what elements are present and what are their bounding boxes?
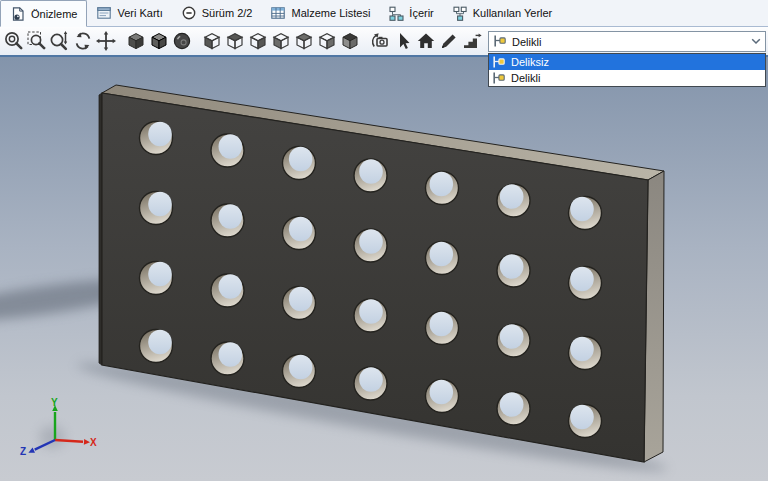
config-option-delikli[interactable]: Delikli bbox=[489, 70, 765, 86]
shaded-with-edges-button[interactable] bbox=[147, 29, 170, 53]
tab-malzeme-listesi[interactable]: Malzeme Listesi bbox=[261, 0, 379, 26]
zoom-area-button[interactable] bbox=[25, 29, 48, 53]
isometric-button[interactable] bbox=[338, 29, 361, 53]
hole-opening bbox=[359, 159, 383, 183]
camera-rotate-icon bbox=[369, 30, 391, 52]
tab-label: Kullanılan Yerler bbox=[473, 7, 553, 19]
hole-opening bbox=[500, 324, 524, 348]
view-left-button[interactable] bbox=[200, 29, 223, 53]
scene-canvas: YXZ bbox=[0, 57, 768, 481]
zoom-inout-button[interactable] bbox=[48, 29, 71, 53]
tab-label: İçerir bbox=[409, 7, 433, 19]
toolbar-separator bbox=[117, 29, 124, 53]
shaded-button[interactable] bbox=[124, 29, 147, 53]
isometric-icon bbox=[339, 30, 361, 52]
hole-opening bbox=[570, 267, 594, 291]
contains-icon bbox=[388, 5, 404, 21]
zoom-inout-icon bbox=[49, 30, 71, 52]
pan-button[interactable] bbox=[94, 29, 117, 53]
preview-icon bbox=[10, 6, 26, 22]
view-top-icon bbox=[293, 30, 315, 52]
configuration-combobox[interactable]: Delikli bbox=[488, 31, 766, 52]
view-right-icon bbox=[247, 30, 269, 52]
hole-opening bbox=[359, 229, 383, 253]
data-card-icon bbox=[96, 5, 112, 21]
rotate-view-button[interactable] bbox=[71, 29, 94, 53]
perspective-button[interactable] bbox=[170, 29, 193, 53]
measure-steps-button[interactable] bbox=[460, 29, 483, 53]
tab-kullanilan-yerler[interactable]: Kullanılan Yerler bbox=[443, 0, 562, 26]
view-left-icon bbox=[201, 30, 223, 52]
hole-opening bbox=[219, 204, 243, 228]
configuration-icon bbox=[493, 34, 507, 48]
bom-icon bbox=[270, 5, 286, 21]
axis-label-x: X bbox=[90, 437, 97, 448]
tab-icerir[interactable]: İçerir bbox=[379, 0, 442, 26]
view-top-button[interactable] bbox=[292, 29, 315, 53]
hole-opening bbox=[289, 287, 313, 311]
config-option-deliksiz[interactable]: Deliksiz bbox=[489, 54, 765, 70]
tab-onizleme[interactable]: Önizleme bbox=[0, 0, 87, 27]
view-bottom-button[interactable] bbox=[315, 29, 338, 53]
tab-label: Önizleme bbox=[31, 8, 77, 20]
hole-opening bbox=[430, 380, 454, 404]
shaded-icon bbox=[125, 30, 147, 52]
hole-opening bbox=[570, 197, 594, 221]
view-back-icon bbox=[224, 30, 246, 52]
tab-bar: ÖnizlemeVeri KartıSürüm 2/2Malzeme Liste… bbox=[0, 0, 768, 27]
hole-opening bbox=[289, 217, 313, 241]
hole-opening bbox=[500, 392, 524, 416]
axis-label-y: Y bbox=[51, 397, 58, 408]
config-option-label: Deliksiz bbox=[511, 56, 549, 68]
tab-label: Veri Kartı bbox=[117, 7, 162, 19]
measure-steps-icon bbox=[461, 30, 483, 52]
hole-opening bbox=[359, 367, 383, 391]
zoom-fit-button[interactable] bbox=[2, 29, 25, 53]
markup-button[interactable] bbox=[437, 29, 460, 53]
preview-viewport[interactable]: YXZ bbox=[0, 57, 768, 481]
hole-opening bbox=[148, 192, 172, 216]
hole-opening bbox=[219, 134, 243, 158]
configuration-icon bbox=[493, 34, 507, 50]
hole-opening bbox=[289, 147, 313, 171]
home-view-icon bbox=[415, 30, 437, 52]
zoom-area-icon bbox=[26, 30, 48, 52]
home-view-button[interactable] bbox=[414, 29, 437, 53]
hole-opening bbox=[570, 405, 594, 429]
hole-opening bbox=[430, 242, 454, 266]
hole-opening bbox=[148, 330, 172, 354]
pan-icon bbox=[95, 30, 117, 52]
perspective-icon bbox=[171, 30, 193, 52]
hole-opening bbox=[289, 355, 313, 379]
select-button[interactable] bbox=[391, 29, 414, 53]
hole-opening bbox=[219, 342, 243, 366]
toolbar-separator bbox=[361, 29, 368, 53]
tab-surum[interactable]: Sürüm 2/2 bbox=[172, 0, 262, 26]
tab-veri-karti[interactable]: Veri Kartı bbox=[87, 0, 171, 26]
camera-rotate-button[interactable] bbox=[368, 29, 391, 53]
chevron-down-icon[interactable] bbox=[751, 38, 761, 45]
toolbar-separator bbox=[193, 29, 200, 53]
view-right-button[interactable] bbox=[246, 29, 269, 53]
configuration-dropdown: DeliksizDelikli bbox=[488, 53, 766, 87]
hole-opening bbox=[219, 274, 243, 298]
where-used-icon bbox=[452, 5, 468, 21]
hole-opening bbox=[148, 122, 172, 146]
hole-opening bbox=[359, 299, 383, 323]
config-option-label: Delikli bbox=[511, 72, 540, 84]
hole-opening bbox=[148, 262, 172, 286]
shaded-with-edges-icon bbox=[148, 30, 170, 52]
axis-label-z: Z bbox=[20, 446, 26, 457]
hole-opening bbox=[570, 337, 594, 361]
configuration-icon bbox=[492, 55, 506, 69]
view-back-button[interactable] bbox=[223, 29, 246, 53]
zoom-fit-icon bbox=[3, 30, 25, 52]
configuration-icon bbox=[492, 71, 506, 85]
hole-opening bbox=[430, 312, 454, 336]
version-icon bbox=[181, 5, 197, 21]
hole-opening bbox=[500, 254, 524, 278]
view-bottom-icon bbox=[316, 30, 338, 52]
configuration-value: Delikli bbox=[512, 36, 541, 48]
view-front-button[interactable] bbox=[269, 29, 292, 53]
markup-icon bbox=[438, 30, 460, 52]
